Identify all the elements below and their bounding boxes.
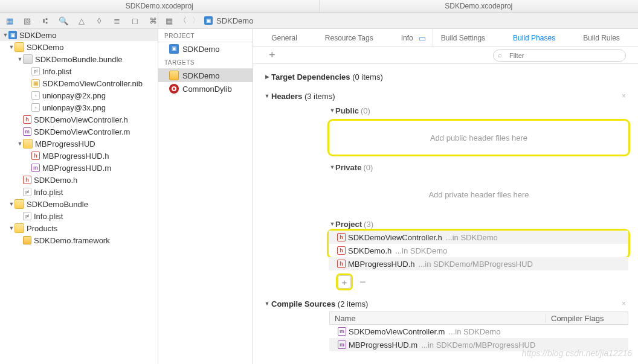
file-path: ...in SDKDemo <box>446 233 498 242</box>
nav-group[interactable]: ▼MBProgressHUD <box>0 138 158 150</box>
back-icon[interactable]: 〈 <box>178 16 187 25</box>
nav-file[interactable]: mSDKDemoViewController.m <box>0 126 158 138</box>
forward-icon[interactable]: 〉 <box>191 16 201 25</box>
phase-title-label: Target Dependencies <box>271 72 350 81</box>
remove-phase-button[interactable]: × <box>622 92 626 100</box>
section-project-label: PROJECT <box>158 29 253 42</box>
remove-phase-button[interactable]: × <box>622 299 626 308</box>
filter-field-wrap: ⌕ <box>493 49 632 62</box>
phase-compile-sources[interactable]: ▼ Compile Sources (2 items) × Name Compi… <box>263 296 628 351</box>
header-file-row[interactable]: hSDKDemoViewController.h...in SDKDemo <box>329 231 628 244</box>
private-headers-dropzone[interactable]: Add private header files here <box>329 177 628 211</box>
nav-group[interactable]: ▼Products <box>0 222 158 234</box>
targets-list: PROJECT ▣SDKDemo TARGETS SDKDemo CommonD… <box>158 29 253 364</box>
main: ▼ ▣ SDKDemo ▼SDKDemo ▼SDKDemoBundle.bund… <box>0 29 638 364</box>
tab-resource-tags[interactable]: Resource Tags <box>325 34 373 42</box>
file-path: ...in SDKDemo/MBProgressHUD <box>421 340 535 350</box>
related-icon[interactable]: ▦ <box>164 16 174 25</box>
col-name: Name <box>330 314 546 323</box>
public-headers-dropzone[interactable]: Add public header files here <box>329 121 628 155</box>
phase-target-dependencies[interactable]: ▶ Target Dependencies (0 items) <box>263 69 628 85</box>
chevron-down-icon[interactable]: ▼ <box>2 32 8 38</box>
section-targets-label: TARGETS <box>158 56 253 69</box>
phase-title-label: Headers <box>271 92 302 101</box>
phase-headers[interactable]: ▼ Headers (3 items) × ▼Public(0) Add pub… <box>263 88 628 292</box>
nav-file[interactable]: plInfo.plist <box>0 210 158 222</box>
m-file-icon: m <box>338 340 346 349</box>
file-path: ...in SDKDemo/MBProgressHUD <box>419 260 533 269</box>
nav-file[interactable]: plInfo.plist <box>0 65 158 77</box>
nav-label: MBProgressHUD <box>35 139 95 148</box>
target-name-label: CommonDylib <box>182 85 232 94</box>
files-nav-icon[interactable]: ▦ <box>5 16 14 25</box>
m-file-icon: m <box>338 327 346 336</box>
file-name: SDKDemoViewController.h <box>348 233 442 242</box>
project-row[interactable]: ▣SDKDemo <box>158 42 253 56</box>
toolbar: ▦ ▧ ⑆ 🔍 △ ◊ ≣ ◻︎ ⌘ ▦ 〈 〉 ▣ SDKDemo <box>0 13 638 29</box>
nav-file[interactable]: hSDKDemo.h <box>0 174 158 186</box>
nav-label: MBProgressHUD.m <box>42 164 111 173</box>
folder-icon <box>14 199 24 209</box>
nav-file[interactable]: ▫unionpay@2x.png <box>0 89 158 101</box>
file-path: ...in SDKDemo <box>395 246 447 255</box>
header-file-row[interactable]: hSDKDemo.h...in SDKDemo <box>329 244 628 257</box>
nav-file[interactable]: hSDKDemoViewController.h <box>0 113 158 126</box>
phases-toolbar: + ⌕ <box>253 47 638 64</box>
chevron-down-icon[interactable]: ▼ <box>263 93 271 99</box>
gauge-icon[interactable]: ≣ <box>112 16 122 25</box>
target-row-commondylib[interactable]: CommonDylib <box>158 82 253 95</box>
source-file-row[interactable]: mSDKDemoViewController.m...in SDKDemo <box>329 325 628 338</box>
nav-file[interactable]: ▣SDKDemoViewController.nib <box>0 77 158 89</box>
nav-label: SDKDemoViewController.nib <box>42 79 143 88</box>
nav-group[interactable]: ▼SDKDemoBundle <box>0 198 158 210</box>
chevron-down-icon[interactable]: ▼ <box>329 221 335 227</box>
symbol-nav-icon[interactable]: ▧ <box>23 16 33 25</box>
m-file-icon: m <box>23 127 31 136</box>
tag-icon[interactable]: ◻︎ <box>130 16 140 25</box>
nav-file[interactable]: hMBProgressHUD.h <box>0 150 158 162</box>
chevron-down-icon[interactable]: ▼ <box>263 301 271 307</box>
header-file-row[interactable]: hMBProgressHUD.h...in SDKDemo/MBProgress… <box>329 257 628 270</box>
phase-count: (2 items) <box>338 299 369 308</box>
nav-label: SDKDemoViewController.h <box>34 115 128 124</box>
add-header-button[interactable]: + <box>338 275 351 289</box>
project-navigator[interactable]: ▼ ▣ SDKDemo ▼SDKDemo ▼SDKDemoBundle.bund… <box>0 29 158 364</box>
hide-document-outline-button[interactable]: ▭ <box>411 29 433 47</box>
target-row-sdkdemo[interactable]: SDKDemo <box>158 69 253 82</box>
nav-file[interactable]: plInfo.plist <box>0 186 158 198</box>
tab-build-settings[interactable]: Build Settings <box>441 34 485 42</box>
folder-icon <box>23 139 33 148</box>
search-icon[interactable]: 🔍 <box>59 16 68 25</box>
compile-sources-body: Name Compiler Flags mSDKDemoViewControll… <box>263 311 628 351</box>
editor-area: ▭ General Resource Tags Info Build Setti… <box>253 29 638 364</box>
remove-header-button[interactable]: − <box>359 276 366 289</box>
title-right: SDKDemo.xcodeproj <box>320 0 639 12</box>
tab-build-rules[interactable]: Build Rules <box>583 34 620 42</box>
titlebar: SDKDemo.xcodeproj SDKDemo.xcodeproj <box>0 0 638 13</box>
diff-icon[interactable]: ◊ <box>95 16 105 25</box>
warning-icon[interactable]: △ <box>77 16 86 25</box>
nav-group[interactable]: ▼SDKDemo <box>0 41 158 53</box>
nav-file[interactable]: ▫unionpay@3x.png <box>0 101 158 113</box>
chevron-down-icon[interactable]: ▼ <box>329 107 335 113</box>
nav-file[interactable]: mMBProgressHUD.m <box>0 162 158 174</box>
h-file-icon: h <box>23 115 31 124</box>
breadcrumb[interactable]: SDKDemo <box>216 16 253 25</box>
sources-table-header: Name Compiler Flags <box>329 311 628 325</box>
navigator-toolbar: ▦ ▧ ⑆ 🔍 △ ◊ ≣ ◻︎ ⌘ <box>0 13 158 28</box>
nav-bundle[interactable]: ▼SDKDemoBundle.bundle <box>0 53 158 65</box>
nav-file[interactable]: SDKDemo.framework <box>0 234 158 246</box>
tab-build-phases[interactable]: Build Phases <box>513 34 555 42</box>
tab-bar: General Resource Tags Info Build Setting… <box>253 29 638 47</box>
hierarchy-icon[interactable]: ⑆ <box>40 16 50 25</box>
filter-input[interactable] <box>493 49 626 62</box>
nav-label: SDKDemo <box>27 43 63 52</box>
phase-count: (3 items) <box>304 92 335 101</box>
chevron-down-icon[interactable]: ▼ <box>329 164 335 170</box>
nav-project-root[interactable]: ▼ ▣ SDKDemo <box>0 29 158 41</box>
speech-icon[interactable]: ⌘ <box>148 16 158 25</box>
add-phase-button[interactable]: + <box>269 49 276 62</box>
file-name: SDKDemoViewController.m <box>349 327 445 336</box>
tab-general[interactable]: General <box>271 34 297 42</box>
chevron-right-icon[interactable]: ▶ <box>263 74 271 80</box>
